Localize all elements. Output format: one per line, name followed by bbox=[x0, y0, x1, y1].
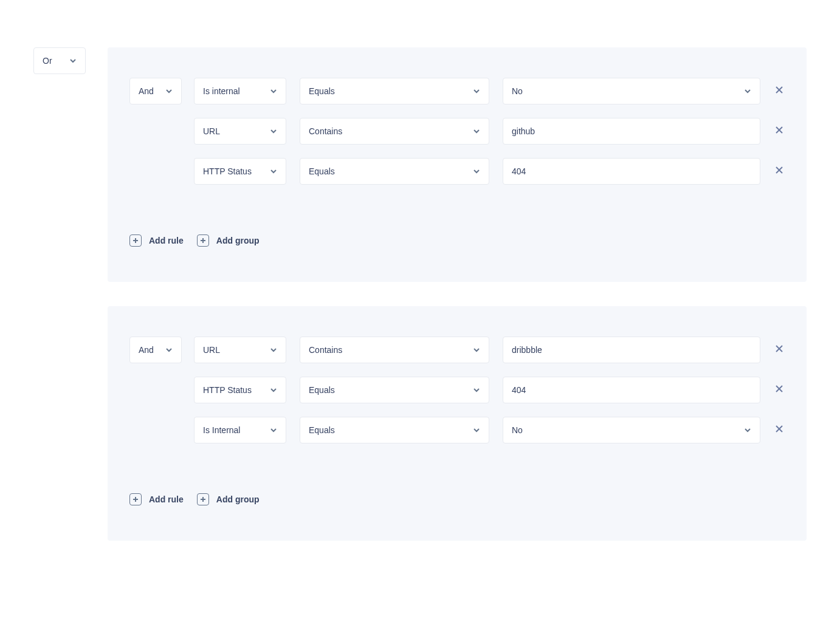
rule-value-input[interactable]: github bbox=[503, 118, 760, 145]
rule-value-select[interactable]: No bbox=[503, 417, 760, 443]
rule-row: Is Internal Equals No bbox=[194, 417, 785, 443]
chevron-down-icon bbox=[270, 346, 277, 354]
close-icon bbox=[775, 86, 783, 97]
chevron-down-icon bbox=[69, 57, 77, 64]
rule-field-select[interactable]: HTTP Status bbox=[194, 377, 286, 403]
rule-operator-label: Equals bbox=[309, 425, 335, 435]
rule-field-select[interactable]: URL bbox=[194, 118, 286, 145]
rule-value-label: github bbox=[512, 126, 535, 136]
chevron-down-icon bbox=[473, 128, 480, 135]
rule-value-label: 404 bbox=[512, 385, 526, 395]
rule-field-label: Is Internal bbox=[203, 425, 240, 435]
close-icon bbox=[775, 344, 783, 355]
rule-group: And URL Contains bbox=[108, 306, 807, 541]
rule-field-select[interactable]: HTTP Status bbox=[194, 158, 286, 185]
plus-icon bbox=[129, 493, 142, 505]
close-icon bbox=[775, 166, 783, 177]
rule-value-input[interactable]: dribbble bbox=[503, 337, 760, 363]
rule-row: URL Contains github bbox=[194, 118, 785, 145]
add-group-label: Add group bbox=[216, 494, 260, 504]
add-group-button[interactable]: Add group bbox=[197, 234, 260, 247]
rule-operator-label: Equals bbox=[309, 86, 335, 96]
close-icon bbox=[775, 425, 783, 436]
remove-rule-button[interactable] bbox=[774, 166, 785, 177]
rule-operator-select[interactable]: Equals bbox=[300, 417, 489, 443]
rule-group: And Is internal Equals bbox=[108, 47, 807, 282]
add-rule-label: Add rule bbox=[149, 494, 184, 504]
rule-field-select[interactable]: URL bbox=[194, 337, 286, 363]
add-rule-button[interactable]: Add rule bbox=[129, 493, 184, 505]
remove-rule-button[interactable] bbox=[774, 86, 785, 97]
rule-operator-label: Equals bbox=[309, 385, 335, 395]
rule-field-select[interactable]: Is Internal bbox=[194, 417, 286, 443]
rule-field-label: URL bbox=[203, 345, 220, 355]
add-group-label: Add group bbox=[216, 236, 260, 245]
outer-operator-label: Or bbox=[43, 56, 52, 66]
rule-value-input[interactable]: 404 bbox=[503, 158, 760, 185]
rule-operator-select[interactable]: Equals bbox=[300, 78, 489, 104]
chevron-down-icon bbox=[270, 168, 277, 175]
chevron-down-icon bbox=[270, 386, 277, 394]
rule-value-input[interactable]: 404 bbox=[503, 377, 760, 403]
chevron-down-icon bbox=[270, 426, 277, 434]
rule-value-label: 404 bbox=[512, 166, 526, 176]
rule-operator-select[interactable]: Contains bbox=[300, 337, 489, 363]
remove-rule-button[interactable] bbox=[774, 126, 785, 137]
rule-row: Is internal Equals No bbox=[194, 78, 785, 104]
plus-icon bbox=[197, 493, 209, 505]
rule-field-label: HTTP Status bbox=[203, 166, 252, 176]
remove-rule-button[interactable] bbox=[774, 425, 785, 436]
group-operator-select[interactable]: And bbox=[129, 337, 182, 363]
chevron-down-icon bbox=[473, 386, 480, 394]
chevron-down-icon bbox=[744, 87, 751, 95]
close-icon bbox=[775, 126, 783, 137]
chevron-down-icon bbox=[165, 346, 173, 354]
add-group-button[interactable]: Add group bbox=[197, 493, 260, 505]
add-rule-button[interactable]: Add rule bbox=[129, 234, 184, 247]
add-rule-label: Add rule bbox=[149, 236, 184, 245]
remove-rule-button[interactable] bbox=[774, 385, 785, 395]
rule-field-label: HTTP Status bbox=[203, 385, 252, 395]
outer-operator-select[interactable]: Or bbox=[33, 47, 86, 74]
rule-operator-label: Equals bbox=[309, 166, 335, 176]
rule-row: HTTP Status Equals 404 bbox=[194, 377, 785, 403]
rule-row: URL Contains dribbble bbox=[194, 337, 785, 363]
chevron-down-icon bbox=[270, 87, 277, 95]
rule-field-label: URL bbox=[203, 126, 220, 136]
rule-value-select[interactable]: No bbox=[503, 78, 760, 104]
group-operator-label: And bbox=[139, 345, 154, 355]
chevron-down-icon bbox=[165, 87, 173, 95]
rule-operator-select[interactable]: Contains bbox=[300, 118, 489, 145]
chevron-down-icon bbox=[473, 168, 480, 175]
rule-operator-label: Contains bbox=[309, 126, 342, 136]
rule-value-label: dribbble bbox=[512, 345, 542, 355]
rule-operator-label: Contains bbox=[309, 345, 342, 355]
rule-field-select[interactable]: Is internal bbox=[194, 78, 286, 104]
chevron-down-icon bbox=[744, 426, 751, 434]
plus-icon bbox=[197, 234, 209, 247]
remove-rule-button[interactable] bbox=[774, 344, 785, 355]
rule-operator-select[interactable]: Equals bbox=[300, 377, 489, 403]
rule-operator-select[interactable]: Equals bbox=[300, 158, 489, 185]
group-operator-label: And bbox=[139, 86, 154, 96]
chevron-down-icon bbox=[473, 87, 480, 95]
rule-row: HTTP Status Equals 404 bbox=[194, 158, 785, 185]
close-icon bbox=[775, 385, 783, 395]
plus-icon bbox=[129, 234, 142, 247]
group-operator-select[interactable]: And bbox=[129, 78, 182, 104]
chevron-down-icon bbox=[473, 346, 480, 354]
rule-value-label: No bbox=[512, 86, 523, 96]
chevron-down-icon bbox=[473, 426, 480, 434]
rule-value-label: No bbox=[512, 425, 523, 435]
chevron-down-icon bbox=[270, 128, 277, 135]
rule-field-label: Is internal bbox=[203, 86, 240, 96]
